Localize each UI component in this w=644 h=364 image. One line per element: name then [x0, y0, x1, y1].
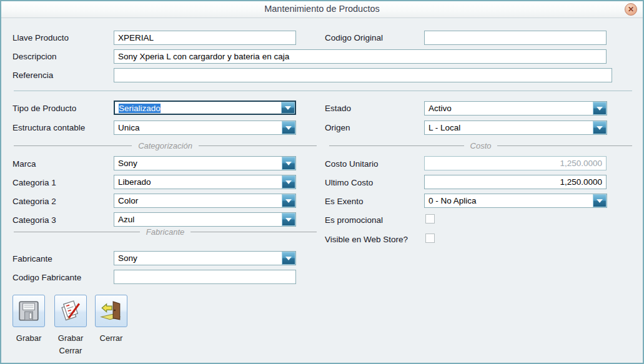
fabricante-label: Fabricante — [12, 254, 52, 263]
close-icon[interactable]: ✕ — [625, 3, 637, 16]
dropdown-arrow-icon[interactable] — [593, 194, 607, 207]
estructura-contable-value: Unica — [118, 121, 140, 134]
descripcion-label: Descripcion — [12, 52, 57, 61]
dropdown-arrow-icon[interactable] — [282, 213, 295, 226]
dropdown-arrow-icon[interactable] — [282, 175, 295, 189]
ultimo-costo-input[interactable] — [424, 175, 607, 189]
origen-value: L - Local — [429, 121, 460, 134]
marca-value: Sony — [118, 157, 137, 170]
es-promocional-label: Es promocional — [325, 215, 383, 225]
floppy-disk-icon — [17, 299, 41, 323]
tipo-de-producto-value: Serializado — [119, 104, 161, 113]
categoria-3-value: Azul — [118, 213, 134, 226]
section-costo: Costo — [329, 140, 632, 150]
categoria-3-label: Categoria 3 — [12, 215, 56, 225]
categoria-1-dropdown[interactable]: Liberado — [114, 175, 296, 189]
dropdown-arrow-icon[interactable] — [282, 252, 295, 265]
product-maintenance-dialog: Mantenimiento de Productos ✕ Llave Produ… — [0, 0, 644, 364]
fabricante-value: Sony — [118, 252, 137, 265]
fabricante-dropdown[interactable]: Sony — [114, 251, 296, 265]
section-fabricante: Fabricante — [14, 227, 317, 237]
exit-door-icon — [99, 299, 123, 323]
codigo-original-label: Codigo Original — [325, 33, 383, 42]
es-exento-dropdown[interactable]: 0 - No Aplica — [424, 194, 607, 208]
costo-unitario-input — [424, 156, 607, 170]
categoria-2-dropdown[interactable]: Color — [114, 194, 296, 208]
codigo-fabricante-label: Codigo Fabricante — [12, 273, 81, 282]
section-categorizacion-title: Categorización — [138, 141, 192, 150]
estructura-contable-label: Estructura contable — [12, 123, 85, 132]
descripcion-input[interactable] — [114, 49, 607, 64]
dropdown-arrow-icon[interactable] — [282, 194, 295, 207]
notepad-pen-icon — [59, 299, 82, 323]
codigo-original-input[interactable] — [424, 31, 607, 45]
llave-producto-label: Llave Producto — [12, 33, 69, 42]
cerrar-button[interactable] — [95, 295, 127, 327]
visible-en-web-store-label: Visible en Web Store? — [325, 235, 408, 244]
grabar-cerrar-button[interactable] — [54, 295, 87, 327]
dropdown-arrow-icon[interactable] — [282, 157, 295, 170]
marca-label: Marca — [12, 159, 36, 169]
cerrar-button-label: Cerrar — [91, 332, 131, 345]
estado-dropdown[interactable]: Activo — [424, 101, 607, 116]
categoria-2-value: Color — [118, 194, 138, 207]
grabar-cerrar-button-label: Grabar Cerrar — [51, 332, 91, 357]
categoria-1-label: Categoria 1 — [12, 178, 56, 187]
section-fabricante-title: Fabricante — [146, 227, 184, 237]
referencia-input[interactable] — [114, 68, 612, 82]
dropdown-arrow-icon[interactable] — [593, 121, 607, 134]
estado-value: Activo — [429, 102, 452, 115]
origen-dropdown[interactable]: L - Local — [424, 121, 607, 135]
marca-dropdown[interactable]: Sony — [114, 156, 296, 170]
dropdown-arrow-icon[interactable] — [593, 102, 607, 115]
categoria-2-label: Categoria 2 — [12, 197, 56, 206]
dropdown-arrow-icon[interactable] — [282, 121, 295, 134]
origen-label: Origen — [325, 123, 350, 132]
tipo-de-producto-label: Tipo de Producto — [12, 104, 76, 113]
llave-producto-input[interactable] — [114, 31, 296, 45]
costo-unitario-label: Costo Unitario — [325, 159, 379, 169]
grabar-button[interactable] — [12, 295, 45, 327]
estructura-contable-dropdown[interactable]: Unica — [114, 121, 296, 135]
visible-en-web-store-checkbox[interactable] — [425, 234, 435, 243]
codigo-fabricante-input[interactable] — [114, 270, 296, 284]
categoria-3-dropdown[interactable]: Azul — [114, 212, 296, 227]
grabar-button-label: Grabar — [9, 332, 49, 345]
dropdown-arrow-icon[interactable] — [281, 102, 295, 114]
es-exento-value: 0 - No Aplica — [429, 194, 477, 207]
referencia-label: Referencia — [12, 71, 53, 80]
title-bar: Mantenimiento de Productos ✕ — [1, 1, 643, 18]
dialog-title: Mantenimiento de Productos — [1, 4, 643, 14]
divider-line — [14, 91, 632, 91]
section-costo-title: Costo — [470, 141, 492, 150]
es-exento-label: Es Exento — [325, 197, 364, 206]
categoria-1-value: Liberado — [118, 175, 151, 189]
section-categorizacion: Categorización — [14, 140, 317, 150]
tipo-de-producto-dropdown[interactable]: Serializado — [114, 101, 296, 115]
es-promocional-checkbox[interactable] — [425, 214, 435, 224]
ultimo-costo-label: Ultimo Costo — [325, 178, 373, 187]
estado-label: Estado — [325, 104, 351, 113]
